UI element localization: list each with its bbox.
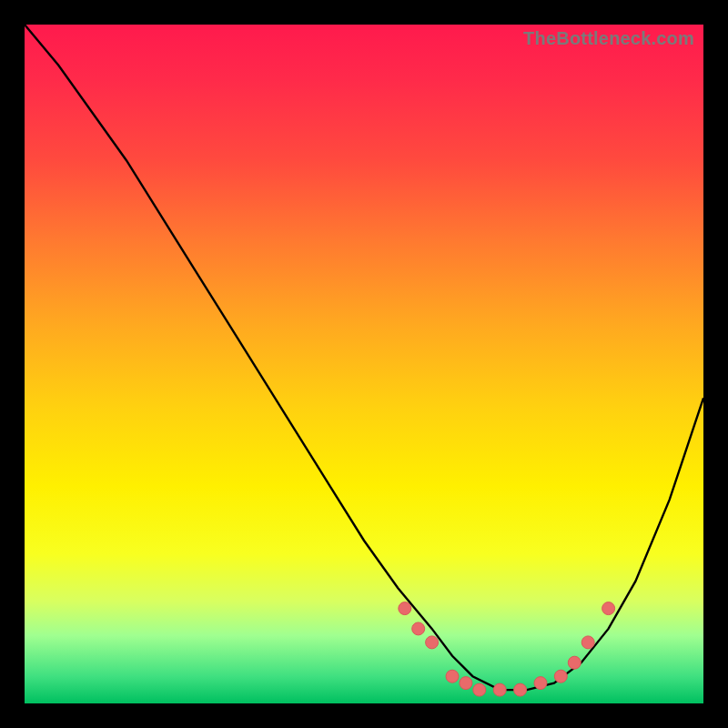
data-point	[493, 683, 506, 696]
data-point	[426, 636, 439, 649]
data-point	[473, 683, 486, 696]
data-point	[554, 670, 567, 682]
data-point	[568, 656, 581, 669]
data-point	[460, 677, 472, 690]
data-point	[534, 677, 547, 690]
chart-stage: TheBottleneck.com	[0, 0, 728, 728]
data-point	[602, 602, 615, 615]
data-markers	[399, 602, 615, 697]
data-point	[399, 602, 411, 615]
data-point	[581, 636, 594, 649]
data-point	[446, 670, 459, 682]
chart-svg	[25, 25, 703, 703]
bottleneck-curve	[25, 25, 703, 690]
data-point	[412, 622, 425, 635]
data-point	[514, 683, 527, 696]
plot-area: TheBottleneck.com	[25, 25, 703, 703]
